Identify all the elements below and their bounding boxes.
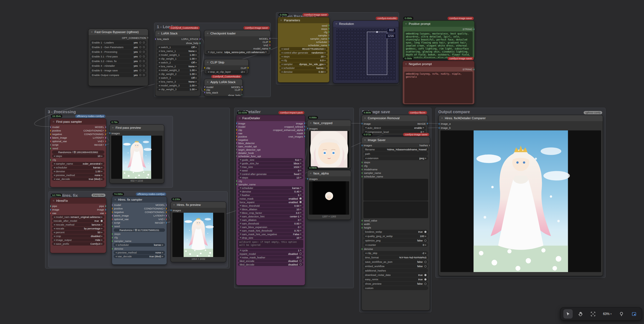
node-apply-lora-stack[interactable]: Comfyroll_CustomNodesApply LoRA Stackmod… bbox=[204, 79, 243, 96]
increment-arrow-icon[interactable]: ▶ bbox=[425, 244, 427, 246]
node-title-bar[interactable]: Resolution bbox=[333, 21, 399, 27]
decrement-arrow-icon[interactable]: ◀ bbox=[365, 127, 366, 129]
input-port[interactable] bbox=[112, 215, 113, 217]
output-port[interactable] bbox=[105, 137, 106, 139]
input-port[interactable] bbox=[50, 212, 51, 214]
output-port[interactable] bbox=[105, 126, 106, 128]
input-port[interactable] bbox=[204, 86, 205, 88]
widget-row[interactable]: ◀auto_detectenable▶ bbox=[363, 126, 426, 130]
node-first-pass-sampler[interactable]: 19.354sefficiency-nodes-comfyuiFirst pas… bbox=[50, 118, 106, 187]
input-port[interactable] bbox=[112, 225, 113, 227]
decrement-arrow-icon[interactable]: ◀ bbox=[158, 58, 160, 60]
collapse-dot[interactable] bbox=[335, 23, 337, 25]
node-hiresfix[interactable]: 12.788sEasy-UseHiresFixpipepipeimageimag… bbox=[50, 197, 106, 253]
toggle-widget-row[interactable]: noise_maskenabled bbox=[238, 197, 303, 200]
node-hires-preview[interactable]: 0.235sHires. fix previewimages 1664 × bbox=[170, 202, 226, 262]
input-port[interactable] bbox=[50, 144, 51, 146]
toggle-icon[interactable] bbox=[424, 240, 427, 242]
input-port[interactable] bbox=[155, 38, 156, 40]
widget-row[interactable]: ◀seed851157751681019▶ bbox=[280, 47, 328, 51]
widget-row[interactable]: custom bbox=[363, 286, 428, 290]
collapse-dot[interactable] bbox=[114, 199, 116, 201]
output-port[interactable] bbox=[328, 24, 329, 27]
toggle-widget-row[interactable]: tiled_decodedisabled bbox=[238, 263, 303, 266]
increment-arrow-icon[interactable]: ▶ bbox=[196, 50, 197, 52]
input-port[interactable] bbox=[112, 233, 113, 235]
input-port[interactable] bbox=[439, 127, 440, 129]
widget-row[interactable]: ◀model_nameremacri_original.safetensors▶ bbox=[52, 215, 104, 219]
decrement-arrow-icon[interactable]: ◀ bbox=[240, 194, 241, 196]
jump-to-group-icon[interactable] bbox=[143, 46, 145, 48]
decrement-arrow-icon[interactable]: ◀ bbox=[240, 190, 241, 192]
widget-row[interactable]: ◀model_weight_21.00▶ bbox=[157, 68, 199, 72]
widget-row[interactable]: ◀steps13▶ bbox=[238, 176, 303, 179]
decrement-arrow-icon[interactable]: ◀ bbox=[158, 50, 160, 52]
input-port[interactable] bbox=[236, 142, 237, 144]
resolution-height-value[interactable]: 1216 bbox=[386, 34, 396, 39]
collapse-dot[interactable] bbox=[310, 122, 312, 124]
decrement-arrow-icon[interactable]: ◀ bbox=[158, 73, 160, 75]
decrement-arrow-icon[interactable]: ◀ bbox=[240, 222, 241, 224]
decrement-arrow-icon[interactable]: ◀ bbox=[240, 187, 241, 189]
increment-arrow-icon[interactable]: ▶ bbox=[425, 252, 427, 254]
input-port[interactable] bbox=[204, 89, 205, 91]
jump-to-group-icon[interactable] bbox=[143, 56, 145, 57]
decrement-arrow-icon[interactable]: ◀ bbox=[115, 252, 117, 254]
widget-row[interactable]: ◀ckpt_nametulpa_senno-jutsu_v10.safetens… bbox=[206, 50, 269, 54]
increment-arrow-icon[interactable]: ▶ bbox=[244, 71, 245, 73]
decrement-arrow-icon[interactable]: ◀ bbox=[54, 224, 55, 226]
text-widget[interactable]: embedding:lazypos, masterpiece, best qua… bbox=[404, 31, 473, 58]
input-port[interactable] bbox=[236, 129, 237, 131]
widget-row[interactable]: ◀stop_at_clip_layer-2▶ bbox=[206, 70, 247, 74]
increment-arrow-icon[interactable]: ▶ bbox=[196, 54, 197, 56]
input-port[interactable] bbox=[236, 145, 237, 147]
input-port[interactable] bbox=[110, 132, 110, 134]
widget-row[interactable]: additional_hashes bbox=[363, 268, 428, 273]
toggle-icon[interactable] bbox=[139, 46, 141, 48]
increment-arrow-icon[interactable]: ▶ bbox=[101, 178, 103, 180]
node-resolution[interactable]: comfyui-mxtoolkitResolution8321216 bbox=[333, 21, 399, 83]
increment-arrow-icon[interactable]: ▶ bbox=[101, 174, 103, 176]
output-port[interactable] bbox=[328, 37, 329, 40]
increment-arrow-icon[interactable]: ▶ bbox=[300, 162, 302, 164]
decrement-arrow-icon[interactable]: ◀ bbox=[281, 48, 283, 50]
widget-row[interactable]: ◀cropdisabled▶ bbox=[52, 234, 104, 238]
increment-arrow-icon[interactable]: ▶ bbox=[101, 243, 103, 245]
output-port[interactable] bbox=[166, 211, 167, 213]
output-port[interactable] bbox=[328, 44, 329, 46]
widget-row[interactable]: ◀cfg6.0▶ bbox=[280, 59, 328, 62]
increment-arrow-icon[interactable]: ▶ bbox=[196, 58, 197, 60]
increment-arrow-icon[interactable]: ▶ bbox=[300, 233, 302, 235]
input-port[interactable] bbox=[236, 122, 237, 124]
widget-row[interactable]: ◀schedulerkarras▶ bbox=[52, 166, 104, 169]
input-port[interactable] bbox=[112, 211, 113, 213]
decrement-arrow-icon[interactable]: ◀ bbox=[240, 249, 241, 251]
widget-row[interactable]: ◀denoise0.40▶ bbox=[238, 190, 303, 193]
toggle-icon[interactable] bbox=[299, 201, 302, 203]
collapse-dot[interactable] bbox=[364, 139, 366, 141]
increment-arrow-icon[interactable]: ▶ bbox=[300, 219, 302, 221]
decrement-arrow-icon[interactable]: ◀ bbox=[240, 215, 241, 217]
decrement-arrow-icon[interactable]: ◀ bbox=[281, 59, 283, 62]
decrement-arrow-icon[interactable]: ◀ bbox=[240, 208, 241, 210]
node-face-alpha[interactable]: 0.093sface_alphaimages 1207 × 1283 bbox=[307, 170, 351, 220]
resolution-width-value[interactable]: 832 bbox=[387, 28, 396, 33]
node-face-cropped[interactable]: 0.066sface_croppedimages bbox=[307, 120, 351, 169]
output-port[interactable] bbox=[105, 209, 106, 211]
group-toggle-row[interactable]: Enable Output compareyes bbox=[90, 73, 146, 77]
input-port[interactable] bbox=[236, 155, 237, 157]
output-port[interactable] bbox=[105, 144, 106, 146]
collapse-dot[interactable] bbox=[112, 127, 114, 129]
node-compression-removal[interactable]: 4.864scomfyui-fbcnnCompression Removalim… bbox=[361, 115, 428, 135]
output-port[interactable] bbox=[166, 208, 167, 210]
increment-arrow-icon[interactable]: ▶ bbox=[325, 67, 326, 69]
input-port[interactable] bbox=[112, 218, 113, 220]
increment-arrow-icon[interactable]: ▶ bbox=[423, 127, 424, 129]
increment-arrow-icon[interactable]: ▶ bbox=[196, 73, 197, 75]
node-negative-prompt[interactable]: 0.058scomfyui-image-saverNegative prompt… bbox=[402, 61, 475, 104]
output-port[interactable] bbox=[328, 28, 329, 30]
widget-row[interactable]: ◀bbox_dilation10▶ bbox=[238, 208, 303, 211]
increment-arrow-icon[interactable]: ▶ bbox=[300, 222, 302, 224]
toggle-icon[interactable] bbox=[299, 263, 302, 265]
input-port[interactable] bbox=[112, 208, 113, 210]
